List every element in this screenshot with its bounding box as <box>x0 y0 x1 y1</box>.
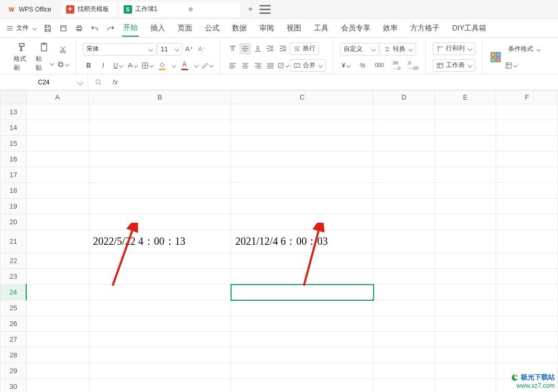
cell[interactable] <box>374 104 435 120</box>
row-header[interactable]: 25 <box>1 300 27 316</box>
row-header[interactable]: 20 <box>1 214 27 230</box>
spreadsheet-grid[interactable]: ABCDEF1314151617181920212022/5/22 4：00：1… <box>0 90 558 392</box>
italic-button[interactable]: I <box>97 60 109 71</box>
col-header[interactable]: F <box>496 91 558 104</box>
tab-formula[interactable]: 公式 <box>204 20 221 36</box>
comma-icon[interactable]: 000 <box>374 60 385 71</box>
cell[interactable] <box>496 347 558 363</box>
tab-efficiency[interactable]: 效率 <box>382 20 399 36</box>
cell[interactable] <box>496 167 558 183</box>
cell[interactable] <box>374 214 435 230</box>
tab-review[interactable]: 审阅 <box>258 20 275 36</box>
cell[interactable] <box>374 199 435 214</box>
increase-decimal-icon[interactable]: .00→.0 <box>390 60 402 71</box>
cell[interactable] <box>434 300 496 316</box>
cell[interactable] <box>26 214 89 230</box>
name-box[interactable] <box>0 74 88 90</box>
tab-ffgz[interactable]: 方方格子 <box>409 20 441 36</box>
font-color-button[interactable]: A <box>179 60 190 71</box>
cell[interactable] <box>434 379 496 393</box>
cell[interactable] <box>89 332 231 347</box>
font-name-combo[interactable]: 宋体 <box>83 43 156 56</box>
col-header[interactable]: D <box>374 91 435 104</box>
orientation-icon[interactable] <box>277 60 289 71</box>
cell[interactable] <box>374 285 435 300</box>
cell[interactable] <box>89 300 231 316</box>
cell[interactable] <box>89 151 231 167</box>
row-header[interactable]: 27 <box>1 332 27 347</box>
cell[interactable]: 2021/12/4 6：00：03 <box>231 230 374 253</box>
cell[interactable] <box>434 167 496 183</box>
save-icon[interactable] <box>43 24 52 32</box>
percent-icon[interactable]: % <box>357 60 368 71</box>
cut-button[interactable] <box>57 44 69 56</box>
strike-button[interactable]: A <box>127 60 138 71</box>
border-button[interactable] <box>141 60 153 71</box>
cell[interactable] <box>434 214 496 230</box>
tab-data[interactable]: 数据 <box>231 20 248 36</box>
align-middle-icon[interactable] <box>239 43 251 55</box>
row-header[interactable]: 15 <box>1 136 27 151</box>
number-format-combo[interactable]: 自定义 <box>340 43 379 56</box>
cell[interactable] <box>231 316 374 332</box>
cell[interactable] <box>89 136 231 151</box>
row-header[interactable]: 14 <box>1 120 27 136</box>
cell[interactable] <box>374 300 435 316</box>
cell[interactable] <box>434 316 496 332</box>
cell[interactable] <box>26 300 89 316</box>
cell[interactable] <box>26 151 89 167</box>
undo-icon[interactable] <box>91 24 99 32</box>
cell[interactable] <box>89 269 231 285</box>
print-icon[interactable] <box>75 24 83 32</box>
row-header[interactable]: 24 <box>1 285 27 300</box>
cell[interactable] <box>26 230 89 253</box>
align-left-icon[interactable] <box>227 60 238 71</box>
cell[interactable] <box>89 316 231 332</box>
cell[interactable] <box>89 253 231 269</box>
cell[interactable] <box>26 120 89 136</box>
cell[interactable] <box>231 199 374 214</box>
cell[interactable] <box>496 285 558 300</box>
justify-icon[interactable] <box>265 60 276 71</box>
cell[interactable] <box>231 363 374 379</box>
cell[interactable] <box>434 151 496 167</box>
row-header[interactable]: 22 <box>1 253 27 269</box>
cell[interactable] <box>26 332 89 347</box>
decrease-indent-icon[interactable] <box>265 43 276 55</box>
fill-color-button[interactable]: ◇ <box>156 60 168 71</box>
cell[interactable] <box>231 347 374 363</box>
increase-font-icon[interactable]: A⁺ <box>183 43 195 55</box>
cell[interactable] <box>434 199 496 214</box>
row-header[interactable]: 26 <box>1 316 27 332</box>
col-header[interactable]: E <box>434 91 496 104</box>
cell[interactable] <box>89 379 231 393</box>
cell[interactable] <box>26 285 89 300</box>
cell[interactable] <box>26 269 89 285</box>
cell[interactable] <box>374 230 435 253</box>
worksheet-button[interactable]: 工作表 <box>433 59 475 72</box>
cell[interactable] <box>374 332 435 347</box>
cell[interactable] <box>496 269 558 285</box>
cell[interactable] <box>374 120 435 136</box>
cell[interactable] <box>26 316 89 332</box>
cell[interactable] <box>26 136 89 151</box>
cell[interactable] <box>434 363 496 379</box>
cell[interactable]: 2022/5/22 4：00：13 <box>89 230 231 253</box>
file-menu[interactable]: 文件 <box>6 24 36 32</box>
select-all-corner[interactable] <box>1 91 27 104</box>
tab-view[interactable]: 视图 <box>286 20 302 36</box>
tab-add-button[interactable]: ＋ <box>243 2 258 17</box>
tab-diy[interactable]: DIY工具箱 <box>451 20 487 36</box>
tab-member[interactable]: 会员专享 <box>340 20 371 36</box>
cell[interactable] <box>496 230 558 253</box>
cell-style-icon[interactable] <box>505 60 517 71</box>
app-tab-workbook[interactable]: S 工作簿1 <box>119 2 240 17</box>
cell[interactable] <box>434 183 496 199</box>
cell[interactable] <box>374 363 435 379</box>
cell[interactable] <box>231 253 374 269</box>
cell[interactable] <box>496 136 558 151</box>
zoom-lens-icon[interactable] <box>88 78 109 86</box>
cell[interactable] <box>89 120 231 136</box>
cell[interactable] <box>89 347 231 363</box>
cell[interactable] <box>26 363 89 379</box>
